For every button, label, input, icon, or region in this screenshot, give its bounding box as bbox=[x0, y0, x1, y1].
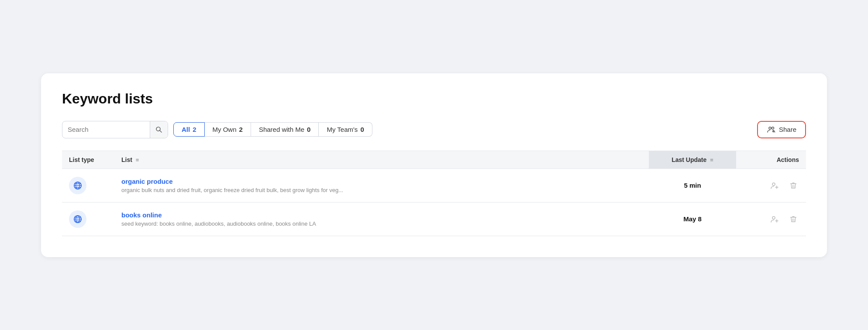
list-sort-icon[interactable]: ≡ bbox=[136, 157, 139, 163]
filter-tab-all[interactable]: All 2 bbox=[173, 122, 205, 137]
search-input[interactable] bbox=[62, 126, 150, 133]
filter-tab-my-own[interactable]: My Own 2 bbox=[205, 122, 251, 137]
col-header-list: List ≡ bbox=[114, 151, 649, 168]
search-wrapper bbox=[62, 121, 168, 138]
share-button-label: Share bbox=[779, 126, 796, 133]
row2-list-cell: books online seed keyword: books online,… bbox=[114, 202, 649, 236]
toolbar: All 2 My Own 2 Shared with Me 0 My Team'… bbox=[62, 121, 806, 138]
filter-shared-count: 0 bbox=[307, 126, 310, 133]
row1-last-update: 5 min bbox=[649, 168, 736, 202]
row2-actions-cell bbox=[736, 202, 806, 236]
col-header-last-update: Last Update ≡ bbox=[649, 151, 736, 168]
row1-list-desc: organic bulk nuts and dried fruit, organ… bbox=[121, 187, 642, 193]
filter-teams-count: 0 bbox=[360, 126, 364, 133]
filter-tabs: All 2 My Own 2 Shared with Me 0 My Team'… bbox=[173, 122, 372, 137]
main-card: Keyword lists All 2 My Own bbox=[41, 73, 827, 257]
filter-all-count: 2 bbox=[193, 126, 196, 133]
toolbar-left: All 2 My Own 2 Shared with Me 0 My Team'… bbox=[62, 121, 372, 138]
row1-actions-cell bbox=[736, 168, 806, 202]
trash-icon bbox=[789, 182, 797, 189]
row2-list-icon bbox=[69, 210, 86, 228]
row1-list-name[interactable]: organic produce bbox=[121, 178, 173, 185]
filter-my-own-label: My Own bbox=[213, 126, 237, 133]
row2-type-cell bbox=[62, 202, 114, 236]
table-body: organic produce organic bulk nuts and dr… bbox=[62, 168, 806, 236]
filter-teams-label: My Team's bbox=[327, 126, 358, 133]
search-icon bbox=[155, 126, 162, 133]
row2-list-name[interactable]: books online bbox=[121, 211, 162, 219]
col-header-list-type: List type bbox=[62, 151, 114, 168]
search-button[interactable] bbox=[150, 121, 168, 138]
filter-all-label: All bbox=[182, 126, 190, 133]
col-header-actions: Actions bbox=[736, 151, 806, 168]
row2-last-update: May 8 bbox=[649, 202, 736, 236]
keyword-table: List type List ≡ Last Update ≡ Actions bbox=[62, 151, 806, 236]
filter-my-own-count: 2 bbox=[239, 126, 243, 133]
row1-delete-action[interactable] bbox=[788, 180, 799, 191]
trash-icon bbox=[789, 215, 797, 223]
row2-delete-action[interactable] bbox=[788, 213, 799, 225]
row2-share-action[interactable] bbox=[768, 213, 781, 225]
row1-type-cell bbox=[62, 168, 114, 202]
filter-shared-label: Shared with Me bbox=[259, 126, 304, 133]
keyword-list-icon bbox=[73, 181, 83, 190]
filter-tab-my-teams[interactable]: My Team's 0 bbox=[319, 122, 372, 137]
table-row: organic produce organic bulk nuts and dr… bbox=[62, 168, 806, 202]
table-row: books online seed keyword: books online,… bbox=[62, 202, 806, 236]
add-user-icon bbox=[770, 181, 779, 190]
update-sort-icon[interactable]: ≡ bbox=[710, 157, 713, 163]
filter-tab-shared-with-me[interactable]: Shared with Me 0 bbox=[251, 122, 319, 137]
row1-list-icon bbox=[69, 177, 86, 194]
svg-point-20 bbox=[772, 217, 775, 219]
svg-point-3 bbox=[772, 127, 774, 129]
svg-point-2 bbox=[769, 127, 771, 129]
share-people-icon bbox=[767, 125, 775, 134]
svg-point-10 bbox=[772, 183, 775, 186]
row1-share-action[interactable] bbox=[768, 179, 781, 192]
svg-line-1 bbox=[160, 131, 162, 132]
row2-list-desc: seed keyword: books online, audiobooks, … bbox=[121, 220, 642, 227]
page-title: Keyword lists bbox=[62, 91, 806, 107]
keyword-list-icon bbox=[73, 214, 83, 224]
share-button[interactable]: Share bbox=[757, 121, 806, 138]
row1-list-cell: organic produce organic bulk nuts and dr… bbox=[114, 168, 649, 202]
table-header: List type List ≡ Last Update ≡ Actions bbox=[62, 151, 806, 168]
add-user-icon bbox=[770, 215, 779, 223]
